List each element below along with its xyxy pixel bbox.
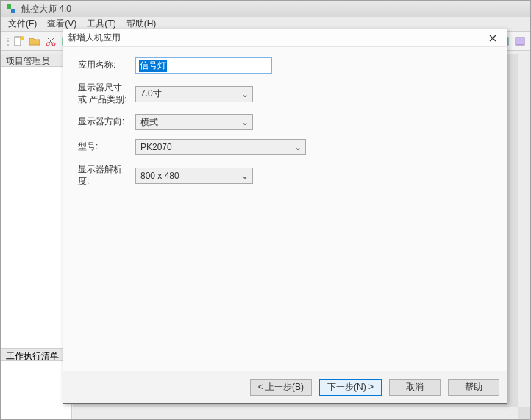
row-display-size: 显示器尺寸 或 产品类别: 7.0寸 ⌄ [78,82,492,105]
scrollbar-horizontal[interactable] [73,407,518,419]
menu-file[interactable]: 文件(F) [4,17,41,31]
panel-b-icon [514,35,526,47]
label-resolution: 显示器解析度: [78,164,135,187]
app-icon [5,3,17,15]
dialog-footer: < 上一步(B) 下一步(N) > 取消 帮助 [63,371,507,403]
cancel-button[interactable]: 取消 [389,379,441,396]
svg-rect-0 [7,4,11,9]
new-file-icon [13,35,24,47]
main-titlebar: 触控大师 4.0 [1,1,530,17]
row-orientation: 显示器方向: 横式 ⌄ [78,114,492,130]
row-resolution: 显示器解析度: 800 x 480 ⌄ [78,164,492,187]
svg-rect-11 [516,38,524,45]
row-app-name: 应用名称: 信号灯 [78,57,492,74]
toolbar-grip: ⋮⋮ [4,36,10,46]
app-name-value: 信号灯 [139,60,167,72]
app-name-field[interactable]: 信号灯 [135,57,272,74]
chevron-down-icon: ⌄ [239,171,251,181]
display-size-combo[interactable]: 7.0寸 ⌄ [135,86,253,102]
toolbar-icon-right-2[interactable] [513,34,527,49]
help-button[interactable]: 帮助 [448,379,499,396]
next-button[interactable]: 下一步(N) > [319,379,382,396]
toolbar-new-button[interactable] [11,34,26,49]
back-button[interactable]: < 上一步(B) [250,379,312,396]
orientation-combo[interactable]: 横式 ⌄ [135,114,253,130]
toolbar-cut-button[interactable] [43,34,58,49]
dialog-title-text: 新增人机应用 [68,32,483,44]
open-folder-icon [29,35,40,47]
row-model: 型号: PK2070 ⌄ [78,139,492,155]
new-hmi-app-dialog: 新增人机应用 应用名称: 信号灯 显示器尺寸 或 产品类别: 7.0寸 ⌄ [63,29,507,404]
toolbar-open-button[interactable] [27,34,42,49]
main-window: 触控大师 4.0 文件(F) 查看(V) 工具(T) 帮助(H) ⋮⋮ [0,0,531,420]
work-execution-body [1,361,71,419]
work-execution-header: 工作执行清单 [1,348,71,361]
svg-rect-1 [11,9,15,13]
orientation-value: 横式 [140,116,158,129]
project-manager-header: 项目管理员 [1,54,71,67]
dialog-body: 应用名称: 信号灯 显示器尺寸 或 产品类别: 7.0寸 ⌄ 显示器方向: 横式… [63,47,507,371]
app-title: 触控大师 4.0 [21,3,71,15]
left-panel: 项目管理员 工作执行清单 [1,54,72,419]
model-value: PK2070 [140,142,172,152]
model-combo[interactable]: PK2070 ⌄ [135,139,306,155]
chevron-down-icon: ⌄ [292,142,304,152]
dialog-titlebar: 新增人机应用 [63,29,507,47]
label-display-size: 显示器尺寸 或 产品类别: [78,82,135,105]
resolution-value: 800 x 480 [140,171,179,181]
label-model: 型号: [78,141,135,153]
resolution-combo[interactable]: 800 x 480 ⌄ [135,168,253,184]
label-app-name: 应用名称: [78,60,135,71]
project-manager-body [1,67,71,348]
svg-rect-2 [15,37,21,46]
close-icon [489,35,496,42]
chevron-down-icon: ⌄ [239,117,251,127]
chevron-down-icon: ⌄ [239,89,251,99]
dialog-close-button[interactable] [483,30,502,46]
label-orientation: 显示器方向: [78,116,135,128]
display-size-value: 7.0寸 [140,88,162,100]
scissors-icon [45,35,57,47]
svg-point-3 [20,36,24,40]
scrollbar-vertical[interactable] [518,54,530,407]
